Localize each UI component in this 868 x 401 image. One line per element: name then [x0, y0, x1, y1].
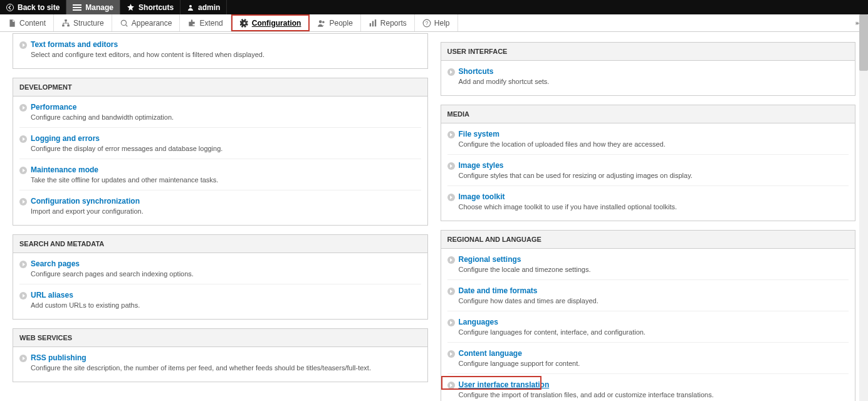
- link-logging[interactable]: Logging and errors: [31, 134, 100, 143]
- star-icon: [127, 3, 135, 11]
- config-item-logging: Logging and errors Configure the display…: [19, 127, 421, 156]
- svg-rect-14: [375, 19, 376, 26]
- svg-rect-6: [62, 24, 65, 26]
- config-item-date-time: Date and time formats Configure how date…: [447, 279, 849, 308]
- config-item-performance: Performance Configure caching and bandwi…: [19, 99, 421, 125]
- scrollbar-thumb[interactable]: [859, 14, 868, 71]
- appearance-icon: [120, 19, 128, 28]
- user-label: admin: [198, 3, 220, 12]
- svg-point-10: [319, 20, 322, 23]
- config-item-content-language: Content language Configure language supp…: [447, 342, 849, 371]
- config-item-rss: RSS publishing Configure the site descri…: [19, 350, 421, 375]
- panel-content-authoring-partial: Text formats and editors Select and conf…: [13, 33, 428, 69]
- svg-point-11: [323, 21, 325, 23]
- shortcuts-button[interactable]: Shortcuts: [120, 0, 180, 14]
- panel-regional-language: REGIONAL AND LANGUAGE Regional settings …: [441, 230, 856, 401]
- config-item-languages: Languages Configure languages for conten…: [447, 311, 849, 340]
- svg-point-0: [7, 4, 14, 11]
- link-text-formats[interactable]: Text formats and editors: [31, 40, 118, 49]
- user-icon: [187, 4, 194, 11]
- structure-icon: [61, 19, 70, 28]
- desc-text-formats: Select and configure text editors, and h…: [31, 51, 421, 58]
- chevron-right-icon: [447, 68, 455, 76]
- panel-media: MEDIA File system Configure the location…: [441, 105, 856, 221]
- chevron-right-icon: [447, 194, 455, 201]
- chevron-right-icon: [19, 198, 27, 206]
- panel-header-development: DEVELOPMENT: [13, 78, 427, 96]
- chevron-right-icon: [19, 292, 27, 299]
- link-content-language[interactable]: Content language: [459, 349, 522, 358]
- svg-rect-5: [65, 19, 67, 21]
- content-icon: [8, 19, 16, 28]
- configuration-icon: [240, 19, 249, 28]
- link-languages[interactable]: Languages: [459, 318, 498, 326]
- link-rss[interactable]: RSS publishing: [31, 353, 86, 362]
- link-shortcuts[interactable]: Shortcuts: [459, 67, 494, 76]
- chevron-right-icon: [447, 256, 455, 264]
- link-image-toolkit[interactable]: Image toolkit: [459, 192, 505, 201]
- chevron-right-icon: [447, 162, 455, 170]
- link-search-pages[interactable]: Search pages: [31, 259, 80, 268]
- tab-people[interactable]: People: [310, 14, 360, 31]
- config-item-regional-settings: Regional settings Configure the locale a…: [447, 251, 849, 277]
- panel-header-media: MEDIA: [441, 105, 855, 123]
- tab-extend[interactable]: Extend: [180, 14, 231, 31]
- link-file-system[interactable]: File system: [459, 130, 499, 138]
- svg-rect-12: [370, 23, 371, 26]
- svg-point-4: [189, 5, 192, 8]
- chevron-right-icon: [19, 135, 27, 143]
- panel-header-search: SEARCH AND METADATA: [13, 235, 427, 253]
- right-column: USER INTERFACE Shortcuts Add and modify …: [441, 33, 856, 401]
- vertical-scrollbar[interactable]: [859, 14, 868, 401]
- manage-label: Manage: [85, 3, 113, 12]
- link-date-time[interactable]: Date and time formats: [459, 286, 538, 295]
- svg-rect-3: [73, 9, 81, 11]
- config-item-ui-translation: User interface translation Configure the…: [447, 373, 849, 401]
- manage-button[interactable]: Manage: [66, 0, 120, 14]
- chevron-right-icon: [19, 261, 27, 268]
- svg-rect-13: [372, 21, 374, 26]
- tab-appearance[interactable]: Appearance: [112, 14, 180, 31]
- back-to-site-button[interactable]: Back to site: [0, 0, 66, 14]
- svg-rect-7: [67, 24, 70, 26]
- back-to-site-label: Back to site: [18, 3, 60, 12]
- user-menu-button[interactable]: admin: [180, 0, 227, 14]
- svg-point-8: [121, 20, 126, 25]
- panel-header-regional: REGIONAL AND LANGUAGE: [441, 231, 855, 249]
- link-url-aliases[interactable]: URL aliases: [31, 291, 73, 299]
- back-arrow-icon: [6, 4, 14, 11]
- panel-web-services: WEB SERVICES RSS publishing Configure th…: [13, 328, 428, 382]
- help-icon: ?: [422, 19, 431, 28]
- link-ui-translation[interactable]: User interface translation: [459, 380, 550, 389]
- tab-help[interactable]: ? Help: [415, 14, 458, 31]
- link-maintenance[interactable]: Maintenance mode: [31, 165, 98, 174]
- chevron-right-icon: [19, 167, 27, 174]
- link-regional-settings[interactable]: Regional settings: [459, 255, 521, 264]
- svg-point-9: [243, 22, 246, 24]
- panel-development: DEVELOPMENT Performance Configure cachin…: [13, 78, 428, 226]
- svg-text:?: ?: [426, 20, 429, 26]
- config-item-url-aliases: URL aliases Add custom URLs to existing …: [19, 284, 421, 313]
- tab-structure[interactable]: Structure: [54, 14, 112, 31]
- link-performance[interactable]: Performance: [31, 103, 76, 112]
- chevron-right-icon: [447, 288, 455, 295]
- top-toolbar: Back to site Manage Shortcuts admin: [0, 0, 868, 14]
- link-config-sync[interactable]: Configuration synchronization: [31, 197, 140, 206]
- left-column: Text formats and editors Select and conf…: [13, 33, 428, 401]
- svg-rect-1: [73, 4, 81, 6]
- config-item-maintenance: Maintenance mode Take the site offline f…: [19, 159, 421, 187]
- chevron-right-icon: [447, 382, 455, 389]
- hamburger-icon: [73, 4, 81, 11]
- config-item-search-pages: Search pages Configure search pages and …: [19, 256, 421, 281]
- link-image-styles[interactable]: Image styles: [459, 161, 504, 170]
- config-item-config-sync: Configuration synchronization Import and…: [19, 190, 421, 219]
- people-icon: [317, 19, 326, 28]
- config-content: Text formats and editors Select and conf…: [0, 32, 868, 401]
- tab-reports[interactable]: Reports: [361, 14, 415, 31]
- chevron-right-icon: [447, 350, 455, 358]
- panel-header-ui: USER INTERFACE: [441, 43, 855, 61]
- extend-icon: [187, 19, 196, 28]
- config-item-image-styles: Image styles Configure styles that can b…: [447, 154, 849, 183]
- tab-content[interactable]: Content: [0, 14, 54, 31]
- tab-configuration[interactable]: Configuration: [231, 14, 310, 31]
